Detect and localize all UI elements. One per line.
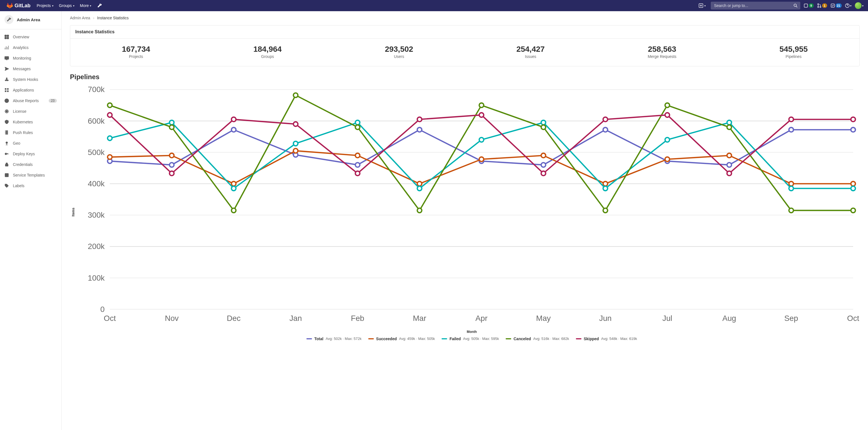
series-point bbox=[727, 125, 732, 129]
issues-badge: 9 bbox=[809, 3, 814, 8]
analytics-icon bbox=[4, 45, 9, 50]
x-tick-label: Mar bbox=[413, 314, 426, 322]
series-point bbox=[231, 182, 236, 186]
series-point bbox=[169, 171, 174, 176]
stat-label: Groups bbox=[205, 54, 331, 59]
new-dropdown[interactable]: ▾ bbox=[697, 2, 707, 9]
nav-item-groups[interactable]: Groups▾ bbox=[56, 0, 77, 11]
stat-label: Issues bbox=[468, 54, 593, 59]
sidebar-item-kubernetes[interactable]: Kubernetes bbox=[0, 117, 61, 127]
series-point bbox=[603, 186, 608, 190]
sidebar-item-overview[interactable]: Overview bbox=[0, 32, 61, 42]
user-menu[interactable]: ▾ bbox=[855, 2, 864, 9]
sidebar-item-license[interactable]: License bbox=[0, 106, 61, 117]
series-point bbox=[665, 103, 670, 108]
x-tick-label: Oct bbox=[847, 314, 859, 322]
y-tick-label: 0 bbox=[100, 305, 105, 314]
legend-swatch bbox=[576, 338, 582, 339]
sidebar-item-labels[interactable]: Labels bbox=[0, 180, 61, 191]
nav-item-label: Projects bbox=[37, 3, 51, 8]
sidebar-item-label: System Hooks bbox=[13, 77, 57, 82]
logo-text: GitLab bbox=[14, 3, 31, 9]
todos-icon bbox=[831, 3, 835, 8]
plus-square-icon bbox=[699, 3, 703, 8]
overview-icon bbox=[4, 35, 9, 39]
pipelines-chart: Items 0100k200k300k400k500k600k700kOctNo… bbox=[70, 83, 860, 341]
chart-svg: 0100k200k300k400k500k600k700kOctNovDecJa… bbox=[84, 83, 860, 329]
breadcrumb-parent[interactable]: Admin Area bbox=[70, 16, 90, 20]
series-point bbox=[417, 186, 422, 190]
stat-label: Pipelines bbox=[731, 54, 857, 59]
admin-wrench-link[interactable] bbox=[95, 0, 104, 11]
apps-icon bbox=[4, 88, 9, 92]
issues-link[interactable]: 9 bbox=[804, 3, 814, 8]
sidebar-item-monitoring[interactable]: Monitoring bbox=[0, 53, 61, 63]
push-icon bbox=[4, 130, 9, 135]
chevron-down-icon: ▾ bbox=[704, 4, 706, 7]
k8s-icon bbox=[4, 120, 9, 124]
stats-row: 167,734Projects184,964Groups293,502Users… bbox=[70, 39, 859, 66]
sidebar-item-service-templates[interactable]: Service Templates bbox=[0, 170, 61, 180]
nav-item-projects[interactable]: Projects▾ bbox=[34, 0, 56, 11]
mr-badge: 1 bbox=[822, 3, 827, 8]
legend-stats: Avg: 502k · Max: 572k bbox=[326, 337, 362, 341]
sidebar-item-label: Labels bbox=[13, 184, 57, 188]
x-tick-label: May bbox=[536, 314, 551, 322]
todos-link[interactable]: 21 bbox=[831, 3, 842, 8]
search-input[interactable] bbox=[711, 2, 800, 9]
series-point bbox=[293, 149, 298, 153]
series-point bbox=[665, 157, 670, 161]
series-point bbox=[479, 113, 484, 117]
sidebar-item-label: Monitoring bbox=[13, 56, 57, 60]
series-point bbox=[727, 120, 732, 125]
x-tick-label: Sep bbox=[784, 314, 798, 322]
merge-requests-link[interactable]: 1 bbox=[817, 3, 827, 8]
x-tick-label: Oct bbox=[104, 314, 116, 322]
sidebar-item-messages[interactable]: Messages bbox=[0, 63, 61, 74]
y-tick-label: 600k bbox=[88, 117, 105, 125]
chevron-down-icon: ▾ bbox=[52, 4, 54, 7]
x-tick-label: Aug bbox=[722, 314, 736, 322]
sidebar-item-applications[interactable]: Applications bbox=[0, 85, 61, 95]
sidebar-item-label: Messages bbox=[13, 67, 57, 71]
sidebar-item-label: Service Templates bbox=[13, 173, 57, 177]
svg-rect-21 bbox=[6, 131, 8, 131]
license-icon bbox=[4, 109, 9, 114]
sidebar-item-system-hooks[interactable]: System Hooks bbox=[0, 74, 61, 85]
legend-item-total[interactable]: TotalAvg: 502k · Max: 572k bbox=[306, 337, 362, 341]
series-point bbox=[231, 186, 236, 190]
series-point bbox=[541, 120, 546, 125]
sidebar-title: Admin Area bbox=[17, 17, 40, 22]
series-point bbox=[541, 153, 546, 158]
sidebar-item-abuse-reports[interactable]: Abuse Reports23 bbox=[0, 95, 61, 106]
legend-item-succeeded[interactable]: SucceededAvg: 459k · Max: 505k bbox=[368, 337, 435, 341]
nav-item-more[interactable]: More▾ bbox=[77, 0, 94, 11]
y-tick-label: 200k bbox=[88, 242, 105, 251]
series-point bbox=[293, 141, 298, 146]
todos-badge: 21 bbox=[836, 3, 842, 8]
top-nav-left: GitLab Projects▾Groups▾More▾ bbox=[4, 0, 104, 11]
x-tick-label: Jan bbox=[289, 314, 302, 322]
legend-item-failed[interactable]: FailedAvg: 505k · Max: 595k bbox=[441, 337, 499, 341]
legend-item-skipped[interactable]: SkippedAvg: 548k · Max: 619k bbox=[576, 337, 637, 341]
sidebar-item-credentials[interactable]: Credentials bbox=[0, 159, 61, 170]
svg-point-28 bbox=[6, 185, 6, 185]
series-point bbox=[541, 162, 546, 167]
svg-rect-26 bbox=[5, 164, 8, 166]
sidebar-header[interactable]: Admin Area bbox=[0, 11, 61, 28]
sidebar-item-deploy-keys[interactable]: Deploy Keys bbox=[0, 149, 61, 159]
gitlab-logo[interactable]: GitLab bbox=[4, 2, 33, 9]
admin-area-icon bbox=[4, 15, 13, 24]
svg-rect-9 bbox=[7, 35, 9, 37]
sidebar-item-geo[interactable]: Geo bbox=[0, 138, 61, 149]
sidebar-item-analytics[interactable]: Analytics bbox=[0, 42, 61, 53]
stat-label: Merge Requests bbox=[599, 54, 725, 59]
sidebar-item-push-rules[interactable]: Push Rules bbox=[0, 127, 61, 138]
sidebar: Admin Area OverviewAnalyticsMonitoringMe… bbox=[0, 11, 62, 430]
stat-value: 254,427 bbox=[468, 45, 593, 54]
help-dropdown[interactable]: ▾ bbox=[845, 3, 851, 8]
tanuki-icon bbox=[7, 2, 13, 9]
legend-item-canceled[interactable]: CanceledAvg: 516k · Max: 682k bbox=[506, 337, 569, 341]
sidebar-item-label: Credentials bbox=[13, 162, 57, 167]
legend-swatch bbox=[441, 338, 447, 339]
